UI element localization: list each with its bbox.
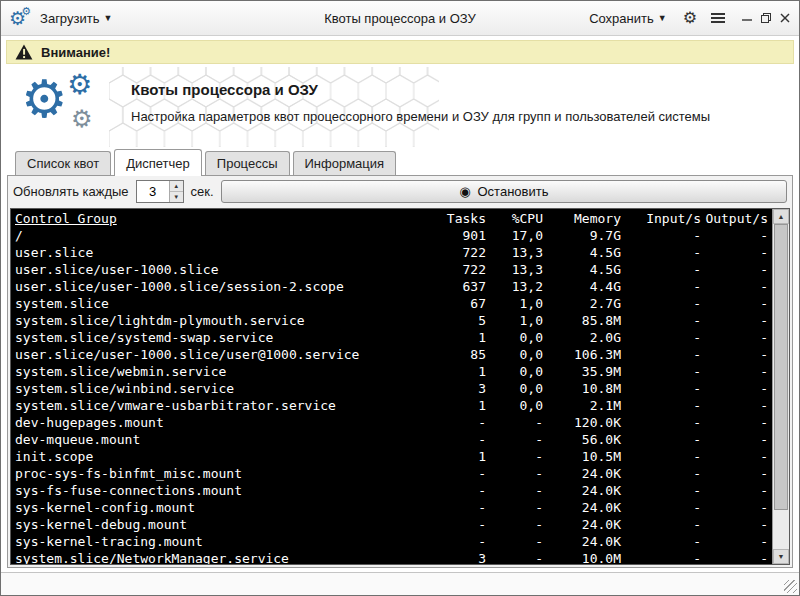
- cgroup-name: sys-kernel-config.mount: [15, 499, 420, 516]
- input-value: -: [621, 278, 701, 295]
- scrollbar-track[interactable]: [773, 224, 789, 549]
- cgroup-name: system.slice/lightdm-plymouth.service: [15, 312, 420, 329]
- input-value: -: [621, 397, 701, 414]
- output-value: -: [701, 431, 768, 448]
- app-gear-icon: ⚙⚙: [9, 9, 26, 28]
- memory-value: 4.5G: [543, 244, 621, 261]
- tasks-value: 722: [420, 244, 486, 261]
- stop-button[interactable]: ◉ Остановить: [221, 180, 787, 203]
- input-value: -: [621, 227, 701, 244]
- warning-text: Внимание!: [41, 45, 110, 60]
- seconds-unit-label: сек.: [191, 184, 214, 199]
- tab-quota-list[interactable]: Список квот: [15, 151, 111, 175]
- gear-icon: ⚙: [67, 71, 92, 99]
- memory-value: 24.0K: [543, 482, 621, 499]
- cgroup-name: dev-mqueue.mount: [15, 431, 420, 448]
- spinner-up-icon[interactable]: ▲: [170, 181, 183, 192]
- memory-value: 24.0K: [543, 533, 621, 550]
- terminal-container: Control Group Tasks %CPU Memory Input/s …: [10, 208, 790, 565]
- tasks-value: 1: [420, 397, 486, 414]
- tab-processes[interactable]: Процессы: [205, 151, 290, 175]
- cpu-value: -: [486, 516, 543, 533]
- input-value: -: [621, 295, 701, 312]
- terminal-row: sys-fs-fuse-connections.mount--24.0K--: [15, 482, 768, 499]
- cpu-value: -: [486, 533, 543, 550]
- cpu-value: 0,0: [486, 329, 543, 346]
- terminal-row: sys-kernel-debug.mount--24.0K--: [15, 516, 768, 533]
- input-value: -: [621, 550, 701, 564]
- vertical-scrollbar[interactable]: ▲ ▼: [772, 209, 789, 564]
- warning-triangle-icon: [15, 44, 33, 60]
- cpu-value: 13,2: [486, 278, 543, 295]
- cpu-value: 0,0: [486, 363, 543, 380]
- app-logo-gears: ⚙ ⚙ ⚙: [21, 71, 117, 143]
- tasks-value: 3: [420, 550, 486, 564]
- memory-value: 2.7G: [543, 295, 621, 312]
- tasks-value: 901: [420, 227, 486, 244]
- terminal-body: /90117,09.7G--user.slice72213,34.5G--use…: [15, 227, 768, 564]
- page-header: ⚙ ⚙ ⚙ Квоты процессора и ОЗУ Настройка п…: [1, 67, 799, 147]
- output-value: -: [701, 261, 768, 278]
- input-value: -: [621, 312, 701, 329]
- memory-value: 2.1M: [543, 397, 621, 414]
- cpu-value: -: [486, 465, 543, 482]
- restore-icon[interactable]: [760, 12, 772, 24]
- app-gear-small-icon: ⚙: [21, 6, 31, 17]
- terminal-header-row: Control Group Tasks %CPU Memory Input/s …: [15, 210, 768, 227]
- tasks-value: 3: [420, 380, 486, 397]
- tab-information[interactable]: Информация: [293, 151, 397, 175]
- scroll-down-icon[interactable]: ▼: [773, 549, 789, 564]
- tasks-value: 637: [420, 278, 486, 295]
- terminal-row: system.slice/vmware-usbarbitrator.servic…: [15, 397, 768, 414]
- input-value: -: [621, 482, 701, 499]
- save-menu-button[interactable]: Сохранить ▼: [585, 8, 671, 29]
- minimize-icon[interactable]: [741, 12, 753, 24]
- titlebar-left: ⚙⚙ Загрузить ▼: [9, 8, 116, 29]
- cgroup-name: system.slice/webmin.service: [15, 363, 420, 380]
- memory-value: 120.0K: [543, 414, 621, 431]
- interval-input[interactable]: [137, 181, 169, 202]
- input-value: -: [621, 499, 701, 516]
- cpu-value: 13,3: [486, 261, 543, 278]
- output-value: -: [701, 550, 768, 564]
- cgroup-name: system.slice/winbind.service: [15, 380, 420, 397]
- record-circle-icon: ◉: [459, 185, 470, 198]
- terminal-row: system.slice/NetworkManager.service3-10.…: [15, 550, 768, 564]
- stop-button-label: Остановить: [478, 184, 549, 199]
- col-input: Input/s: [621, 210, 701, 227]
- cpu-value: 0,0: [486, 346, 543, 363]
- tasks-value: 1: [420, 363, 486, 380]
- input-value: -: [621, 380, 701, 397]
- terminal-output: Control Group Tasks %CPU Memory Input/s …: [11, 209, 772, 564]
- spinner-down-icon[interactable]: ▼: [170, 192, 183, 202]
- output-value: -: [701, 295, 768, 312]
- hamburger-menu-icon[interactable]: [709, 11, 727, 25]
- settings-gear-icon[interactable]: ⚙: [681, 8, 699, 28]
- interval-spinner: ▲ ▼: [136, 180, 184, 203]
- memory-value: 4.4G: [543, 278, 621, 295]
- tasks-value: -: [420, 499, 486, 516]
- terminal-row: sys-kernel-config.mount--24.0K--: [15, 499, 768, 516]
- cpu-value: -: [486, 482, 543, 499]
- output-value: -: [701, 465, 768, 482]
- output-value: -: [701, 244, 768, 261]
- resize-grip[interactable]: [784, 580, 797, 593]
- output-value: -: [701, 329, 768, 346]
- scrollbar-thumb[interactable]: [774, 224, 788, 510]
- scroll-up-icon[interactable]: ▲: [773, 209, 789, 224]
- cpu-value: -: [486, 431, 543, 448]
- cgroup-name: sys-kernel-tracing.mount: [15, 533, 420, 550]
- page-subtitle: Настройка параметров квот процессорного …: [131, 109, 779, 124]
- output-value: -: [701, 278, 768, 295]
- output-value: -: [701, 397, 768, 414]
- close-icon[interactable]: [779, 12, 791, 24]
- gear-icon: ⚙: [21, 73, 68, 125]
- memory-value: 35.9M: [543, 363, 621, 380]
- cgroup-name: proc-sys-fs-binfmt_misc.mount: [15, 465, 420, 482]
- input-value: -: [621, 346, 701, 363]
- input-value: -: [621, 261, 701, 278]
- dispatcher-panel: Обновлять каждые ▲ ▼ сек. ◉ Остановить C…: [7, 175, 793, 568]
- terminal-row: user.slice/user-1000.slice72213,34.5G--: [15, 261, 768, 278]
- tab-dispatcher[interactable]: Диспетчер: [114, 149, 202, 176]
- load-menu-button[interactable]: Загрузить ▼: [36, 8, 116, 29]
